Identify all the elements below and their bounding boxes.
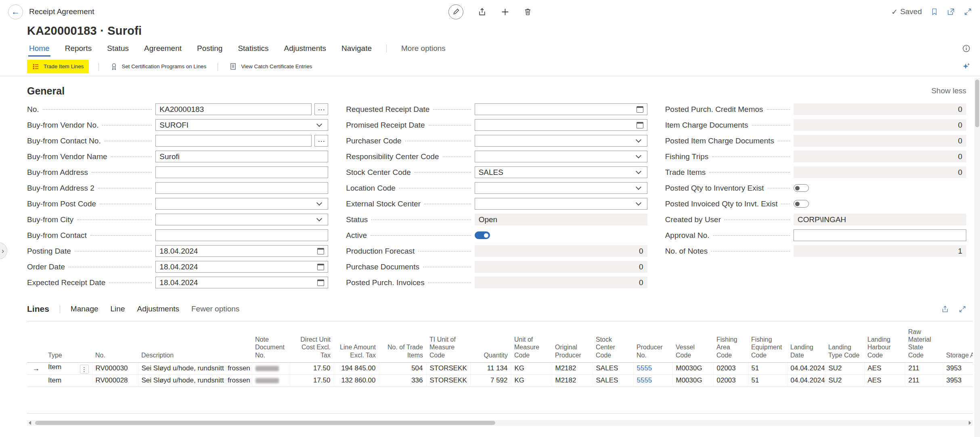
cell-no-of-trade-items[interactable]: 336 (379, 374, 426, 387)
buy-from-vendor-no-combobox[interactable]: SUROFI (155, 119, 328, 131)
buy-from-address-2-input[interactable] (155, 182, 328, 194)
calendar-icon[interactable] (637, 106, 643, 113)
cell-vessel-code[interactable]: M0030G (672, 362, 713, 374)
cell-landing-type-code[interactable]: SU2 (825, 362, 864, 374)
order-date-input[interactable]: 18.04.2024 (155, 261, 328, 273)
posted-qty-to-inventory-exist-toggle[interactable] (794, 184, 809, 192)
cell-original-producer[interactable]: M2182 (552, 374, 593, 387)
producer-no-link[interactable]: 5555 (637, 376, 652, 384)
assist-edit-button[interactable]: … (314, 103, 328, 115)
location-code-combobox[interactable] (475, 182, 647, 194)
cell-storage-agent[interactable]: 3953 (943, 374, 973, 387)
no-input[interactable]: KA20000183 (155, 103, 312, 115)
purchaser-code-combobox[interactable] (475, 135, 647, 147)
cell-producer-no[interactable]: 5555 (633, 374, 672, 387)
show-less-link[interactable]: Show less (931, 86, 966, 95)
purchase-documents-field[interactable]: 0 (475, 261, 647, 273)
back-button[interactable]: ← (8, 4, 23, 19)
cell-line-amount[interactable]: 194 845.00 (334, 362, 379, 374)
no-of-notes-field[interactable]: 1 (794, 245, 966, 257)
calendar-icon[interactable] (637, 122, 643, 128)
tab-status[interactable]: Status (106, 40, 130, 57)
lines-menu-adjustments[interactable]: Adjustments (137, 305, 179, 313)
edit-button[interactable] (448, 4, 463, 19)
fewer-options-button[interactable]: Fewer options (191, 305, 239, 313)
cell-landing-harbour-code[interactable]: AES (864, 374, 905, 387)
posted-purch-invoices-field[interactable]: 0 (475, 277, 647, 288)
new-button[interactable] (501, 8, 509, 16)
general-title[interactable]: General (27, 85, 65, 97)
promised-receipt-date-input[interactable] (475, 119, 647, 131)
cell-raw-material-state-code[interactable]: 211 (905, 362, 943, 374)
item-charge-documents-field[interactable]: 0 (794, 119, 966, 131)
active-toggle[interactable] (475, 231, 490, 239)
calendar-icon[interactable] (317, 264, 324, 270)
col-fishing-area-code-header[interactable]: Fishing Area Code (713, 321, 748, 362)
open-in-new-window-button[interactable] (947, 8, 955, 16)
horizontal-scrollbar-thumb[interactable] (35, 421, 495, 425)
lines-menu-manage[interactable]: Manage (71, 305, 98, 313)
chevron-down-icon[interactable] (314, 120, 324, 130)
tab-navigate[interactable]: Navigate (341, 40, 373, 57)
share-button[interactable] (478, 8, 486, 16)
col-unit-of-measure-header[interactable]: Unit of Measure Code (511, 321, 552, 362)
cell-type[interactable]: Item (45, 374, 92, 387)
cell-note-document-no[interactable] (252, 362, 290, 374)
col-storage-agent-header[interactable]: Storage Agent (943, 321, 973, 362)
producer-no-link[interactable]: 5555 (637, 364, 652, 372)
cell-quantity[interactable]: 7 592 (470, 374, 511, 387)
cell-fishing-equipment-code[interactable]: 51 (748, 374, 787, 387)
cell-description[interactable]: Sei Sløyd u/hode, rundsnitt frossen A (138, 374, 252, 387)
cell-no[interactable]: RV000028 (92, 374, 138, 387)
vertical-scrollbar-thumb[interactable] (975, 80, 979, 127)
expand-window-button[interactable] (964, 8, 972, 16)
cell-fishing-equipment-code[interactable]: 51 (748, 362, 787, 374)
tab-posting[interactable]: Posting (196, 40, 223, 57)
tab-home[interactable]: Home (28, 40, 50, 57)
cell-no[interactable]: RV000030 (92, 362, 138, 374)
requested-receipt-date-input[interactable] (475, 103, 647, 115)
approval-no-input[interactable] (794, 229, 966, 241)
help-info-button[interactable] (962, 44, 970, 53)
tab-reports[interactable]: Reports (64, 40, 93, 57)
col-description-header[interactable]: Description (138, 321, 252, 362)
buy-from-vendor-name-input[interactable]: Surofi (155, 151, 328, 162)
col-ti-unit-of-measure-header[interactable]: TI Unit of Measure Code (426, 321, 470, 362)
empty-grid-area[interactable] (27, 387, 973, 414)
cell-quantity[interactable]: 11 134 (470, 362, 511, 374)
responsibility-center-code-combobox[interactable] (475, 151, 647, 162)
cell-original-producer[interactable]: M2182 (552, 362, 593, 374)
chevron-down-icon[interactable] (634, 183, 643, 193)
cell-line-amount[interactable]: 132 860.00 (334, 374, 379, 387)
col-stock-center-code-header[interactable]: Stock Center Code (593, 321, 633, 362)
cell-ti-unit-of-measure[interactable]: STORSEKK (426, 374, 470, 387)
trade-items-field[interactable]: 0 (794, 166, 966, 178)
posted-purch-credit-memos-field[interactable]: 0 (794, 103, 966, 115)
cell-direct-unit-cost[interactable]: 17.50 (290, 374, 334, 387)
col-quantity-header[interactable]: Quantity (470, 321, 511, 362)
col-fishing-equipment-code-header[interactable]: Fishing Equipment Code (748, 321, 787, 362)
external-stock-center-combobox[interactable] (475, 198, 647, 210)
cell-vessel-code[interactable]: M0030G (672, 374, 713, 387)
col-type-header[interactable]: Type (45, 321, 92, 362)
buy-from-post-code-combobox[interactable] (155, 198, 328, 210)
col-line-amount-header[interactable]: Line Amount Excl. Tax (334, 321, 379, 362)
cell-landing-date[interactable]: 04.04.2024 (787, 362, 825, 374)
production-forecast-field[interactable]: 0 (475, 245, 647, 257)
cell-ti-unit-of-measure[interactable]: STORSEKK (426, 362, 470, 374)
more-options-button[interactable]: More options (400, 40, 446, 57)
cell-unit-of-measure[interactable]: KG (511, 362, 552, 374)
col-direct-unit-cost-header[interactable]: Direct Unit Cost Excl. Tax (290, 321, 334, 362)
copilot-button[interactable] (962, 62, 970, 71)
horizontal-scrollbar[interactable] (27, 420, 973, 426)
col-landing-harbour-code-header[interactable]: Landing Harbour Code (864, 321, 905, 362)
calendar-icon[interactable] (317, 248, 324, 254)
col-no-header[interactable]: No. (92, 321, 138, 362)
col-original-producer-header[interactable]: Original Producer (552, 321, 593, 362)
buy-from-address-input[interactable] (155, 166, 328, 178)
row-selector[interactable] (27, 374, 45, 387)
cell-fishing-area-code[interactable]: 02003 (713, 374, 748, 387)
posted-item-charge-documents-field[interactable]: 0 (794, 135, 966, 147)
posting-date-input[interactable]: 18.04.2024 (155, 245, 328, 257)
set-certification-programs-button[interactable]: Set Certification Programs on Lines (109, 60, 208, 73)
